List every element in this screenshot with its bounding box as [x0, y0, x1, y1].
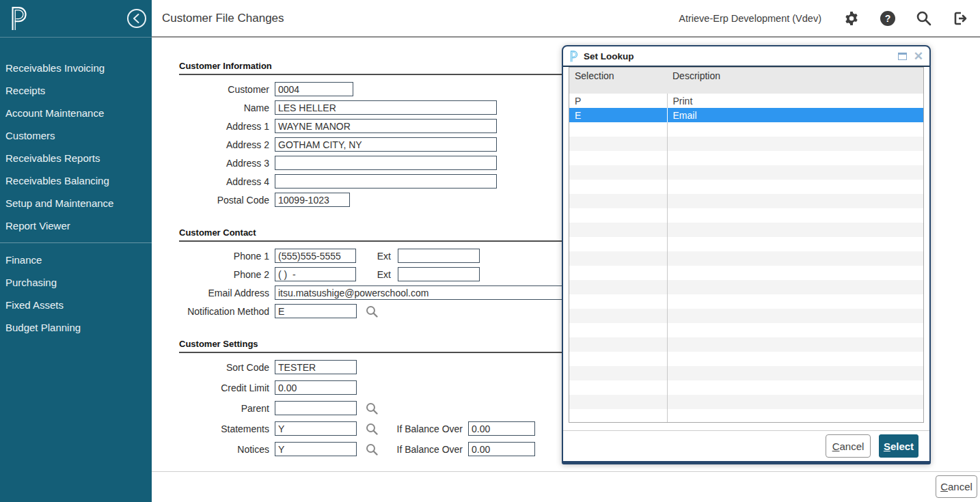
notices-balance-label: If Balance Over: [385, 444, 463, 455]
customer-label: Customer: [179, 84, 275, 95]
lookup-empty-row[interactable]: [569, 251, 923, 266]
sidebar-item-receipts[interactable]: Receipts: [0, 79, 152, 102]
address1-input[interactable]: [275, 119, 497, 133]
credit-limit-input[interactable]: [275, 380, 357, 395]
lookup-empty-row[interactable]: [569, 151, 923, 165]
statements-lookup-icon[interactable]: [366, 423, 378, 435]
lookup-empty-row[interactable]: [569, 280, 923, 294]
phone2-input[interactable]: [275, 267, 356, 281]
sidebar-item-receivables-reports[interactable]: Receivables Reports: [0, 147, 152, 169]
phone1-input[interactable]: [275, 249, 356, 263]
address2-input[interactable]: [275, 137, 497, 152]
postal-code-input[interactable]: [275, 193, 350, 207]
sidebar-item-customers[interactable]: Customers: [0, 124, 152, 147]
lookup-empty-row[interactable]: [569, 237, 923, 251]
environment-label: Atrieve-Erp Development (Vdev): [679, 13, 821, 24]
lookup-table-body: PPrintEEmail: [569, 94, 923, 423]
sidebar-item-setup-and-maintenance[interactable]: Setup and Maintenance: [0, 192, 152, 214]
powerschool-dialog-logo-icon: [569, 51, 578, 62]
settings-gear-icon[interactable]: [843, 10, 860, 27]
sidebar-item-finance[interactable]: Finance: [0, 249, 152, 271]
postal-code-label: Postal Code: [179, 195, 275, 206]
lookup-empty-row[interactable]: [569, 180, 923, 194]
statements-balance-input[interactable]: [468, 421, 535, 436]
lookup-empty-row[interactable]: [569, 409, 923, 423]
lookup-empty-row[interactable]: [569, 366, 923, 380]
notices-lookup-icon[interactable]: [366, 443, 378, 456]
sidebar-divider: [0, 242, 152, 243]
powerschool-logo-icon: [9, 6, 28, 31]
address1-label: Address 1: [179, 121, 275, 132]
credit-limit-label: Credit Limit: [179, 382, 275, 393]
lookup-empty-row[interactable]: [569, 122, 923, 137]
top-header: Customer File Changes Atrieve-Erp Develo…: [152, 0, 980, 38]
notification-method-lookup-icon[interactable]: [366, 305, 378, 318]
address3-input[interactable]: [275, 156, 497, 170]
statements-label: Statements: [179, 423, 275, 434]
lookup-table: Selection Description PPrintEEmail: [569, 67, 924, 423]
phone2-ext-label: Ext: [364, 269, 398, 280]
page-title: Customer File Changes: [162, 12, 679, 25]
dialog-select-button[interactable]: Select: [879, 434, 918, 458]
notices-balance-input[interactable]: [468, 442, 535, 456]
lookup-column-description[interactable]: Description: [667, 68, 923, 94]
search-icon[interactable]: [916, 10, 931, 26]
lookup-empty-row[interactable]: [569, 395, 923, 409]
lookup-empty-row[interactable]: [569, 309, 923, 323]
address3-label: Address 3: [179, 158, 275, 169]
phone1-ext-input[interactable]: [398, 249, 480, 263]
lookup-empty-row[interactable]: [569, 165, 923, 180]
sidebar: Receivables Invoicing Receipts Account M…: [0, 0, 152, 502]
sidebar-item-purchasing[interactable]: Purchasing: [0, 271, 152, 294]
help-icon[interactable]: ?: [880, 11, 895, 26]
lookup-empty-row[interactable]: [569, 323, 923, 337]
page-footer: Cancel: [152, 471, 980, 502]
page-cancel-button[interactable]: Cancel: [936, 475, 977, 498]
parent-input[interactable]: [275, 401, 357, 415]
name-label: Name: [179, 102, 275, 113]
close-icon[interactable]: ✕: [914, 51, 923, 62]
customer-input[interactable]: [275, 82, 353, 96]
sidebar-collapse-button[interactable]: [126, 8, 147, 29]
parent-label: Parent: [179, 403, 275, 414]
notices-input[interactable]: [275, 442, 357, 456]
lookup-empty-row[interactable]: [569, 294, 923, 309]
notices-label: Notices: [179, 444, 275, 455]
sidebar-item-report-viewer[interactable]: Report Viewer: [0, 214, 152, 237]
dialog-title: Set Lookup: [584, 51, 634, 61]
lookup-empty-row[interactable]: [569, 223, 923, 237]
sidebar-item-account-maintenance[interactable]: Account Maintenance: [0, 102, 152, 124]
notification-method-label: Notification Method: [179, 306, 275, 317]
sidebar-item-budget-planning[interactable]: Budget Planning: [0, 316, 152, 339]
sidebar-item-fixed-assets[interactable]: Fixed Assets: [0, 294, 152, 316]
address2-label: Address 2: [179, 139, 275, 150]
sidebar-item-receivables-balancing[interactable]: Receivables Balancing: [0, 169, 152, 192]
logout-icon[interactable]: [952, 10, 969, 27]
set-lookup-titlebar[interactable]: Set Lookup ✕: [563, 46, 929, 67]
name-input[interactable]: [275, 100, 497, 115]
lookup-empty-row[interactable]: [569, 194, 923, 208]
parent-lookup-icon[interactable]: [366, 402, 378, 415]
statements-input[interactable]: [275, 421, 357, 436]
dialog-cancel-button[interactable]: Cancel: [826, 434, 871, 458]
lookup-empty-row[interactable]: [569, 352, 923, 366]
lookup-empty-row[interactable]: [569, 266, 923, 280]
lookup-row[interactable]: PPrint: [569, 94, 923, 108]
phone2-label: Phone 2: [179, 269, 275, 280]
address4-input[interactable]: [275, 174, 497, 189]
sidebar-item-receivables-invoicing[interactable]: Receivables Invoicing: [0, 57, 152, 79]
statements-balance-label: If Balance Over: [385, 423, 463, 434]
set-lookup-dialog: Set Lookup ✕ Selection Description PPrin…: [562, 45, 931, 464]
lookup-empty-row[interactable]: [569, 380, 923, 395]
lookup-empty-row[interactable]: [569, 337, 923, 352]
maximize-icon[interactable]: [898, 53, 907, 60]
lookup-empty-row[interactable]: [569, 137, 923, 151]
dialog-footer: Cancel Select: [563, 430, 929, 461]
sort-code-input[interactable]: [275, 360, 357, 374]
lookup-empty-row[interactable]: [569, 208, 923, 223]
lookup-row[interactable]: EEmail: [569, 108, 923, 122]
notification-method-input[interactable]: [275, 304, 357, 318]
lookup-column-selection[interactable]: Selection: [569, 68, 667, 94]
phone2-ext-input[interactable]: [398, 267, 480, 281]
sort-code-label: Sort Code: [179, 362, 275, 373]
